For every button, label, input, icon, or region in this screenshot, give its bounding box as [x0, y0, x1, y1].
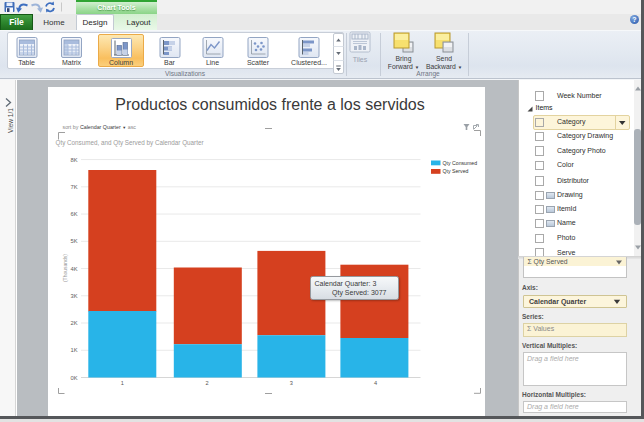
- svg-text:2K: 2K: [70, 320, 77, 326]
- svg-text:2: 2: [206, 380, 209, 386]
- svg-text:4: 4: [374, 380, 377, 386]
- svg-text:8K: 8K: [70, 157, 77, 163]
- svg-text:4K: 4K: [70, 266, 77, 272]
- svg-text:3K: 3K: [70, 293, 77, 299]
- svg-text:5K: 5K: [70, 238, 77, 244]
- svg-text:(Thousands): (Thousands): [62, 254, 68, 282]
- svg-text:Qty Consumed: Qty Consumed: [443, 160, 478, 166]
- svg-text:3: 3: [290, 380, 293, 386]
- svg-text:7K: 7K: [70, 184, 77, 190]
- svg-text:1K: 1K: [70, 347, 77, 353]
- svg-text:6K: 6K: [70, 211, 77, 217]
- svg-text:1: 1: [121, 380, 124, 386]
- svg-text:0K: 0K: [70, 375, 77, 381]
- svg-text:Qty Served: Qty Served: [443, 168, 469, 174]
